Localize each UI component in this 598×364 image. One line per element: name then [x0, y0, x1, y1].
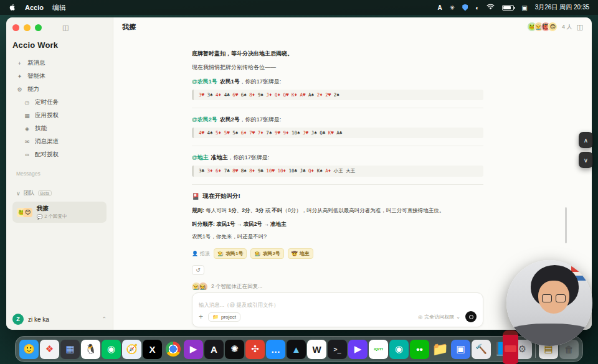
dock-icon-finder[interactable]: 🙂	[19, 340, 39, 359]
landlord-emoji: 🤠	[292, 251, 298, 256]
scrollbar-thumb[interactable]	[565, 207, 567, 243]
dock-icon-chat-blue[interactable]: …	[266, 340, 285, 359]
bidding-rules: 规则: 每人可叫 1分、2分、3分 或 不叫（0分），叫分从高到低以最高叫分者为…	[192, 207, 483, 215]
dock-icon-terminal[interactable]: >_	[328, 340, 347, 359]
dock-icon-arc[interactable]: A	[204, 340, 224, 359]
dock-icon-wechat[interactable]: ••	[410, 340, 429, 359]
apple-menu-icon[interactable]	[9, 3, 16, 12]
mention-farmer2[interactable]: @农民2号	[192, 116, 217, 123]
sidebar-item-pairing-authorization[interactable]: ∞ 配对授权	[20, 149, 107, 161]
mention-landlord[interactable]: @地主	[192, 154, 209, 161]
menu-edit[interactable]: 编辑	[52, 3, 66, 12]
dock-icon-folder-yellow[interactable]: 📁	[430, 340, 450, 359]
toggle-right-panel-icon[interactable]: ◫	[577, 23, 583, 31]
dock-icon-iqiyi[interactable]: iQIYI	[369, 340, 388, 359]
person-glasses	[556, 294, 566, 302]
typing-text: 2 个智能体正在回复...	[211, 283, 262, 290]
vpn-shield-icon[interactable]	[462, 4, 468, 11]
message-composer[interactable]: + 📁 project ◎ 完全访问权限 ⌄	[192, 292, 483, 327]
scroll-down-button[interactable]: ∨	[579, 152, 593, 168]
app-title: Accio Work	[12, 40, 107, 50]
dock-icon-affinity[interactable]: ▲	[287, 340, 306, 359]
brightness-icon[interactable]: ✳	[450, 4, 455, 11]
member-avatar-group[interactable]: 🐸 👨‍🌾 👹 😊	[527, 22, 558, 32]
hand-name: 准地主	[211, 154, 228, 161]
farmer-emoji: 🧑‍🌾	[254, 251, 260, 256]
dock-icon-player-purple[interactable]: ▶	[348, 340, 368, 359]
attach-plus-button[interactable]: +	[199, 312, 203, 321]
hand-name: 农民2号	[220, 116, 240, 123]
project-chip[interactable]: 📁 project	[208, 312, 240, 322]
screen-mirroring-icon[interactable]: ◐	[475, 4, 479, 11]
hand-rest: ，你的17张牌是:	[240, 78, 282, 85]
wifi-icon[interactable]	[486, 4, 495, 11]
input-source-icon[interactable]: A	[438, 4, 442, 11]
zoom-window-button[interactable]	[35, 24, 42, 31]
dock-icon-app-green[interactable]: ◉	[102, 340, 121, 359]
menubar-datetime[interactable]: 3月26日 周四 20:35	[535, 3, 589, 12]
sidebar-item-message-channels[interactable]: ✉ 消息渠道	[20, 136, 107, 147]
folder-icon: 📁	[212, 314, 219, 320]
beta-badge: Beta	[38, 190, 52, 196]
card-game-icon: 🎴	[192, 193, 199, 200]
team-chat-title: 我擦	[37, 205, 67, 213]
cola-bottle	[503, 330, 518, 364]
sidebar-item-agents[interactable]: ✦ 智能体	[12, 70, 107, 82]
avatar: 🧑‍🌾	[199, 282, 207, 290]
dock-icon-x[interactable]: X	[143, 340, 162, 359]
user-avatar: Z	[12, 314, 24, 325]
battery-icon[interactable]	[502, 5, 514, 11]
globe-icon: ◎	[418, 314, 422, 320]
person-icon: 👤	[192, 251, 198, 256]
avatar: 😊	[548, 22, 558, 32]
message-action-button[interactable]: ↺	[192, 265, 204, 275]
sidebar-item-app-authorization[interactable]: ▦ 应用授权	[20, 110, 107, 121]
dock-icon-pinwheel[interactable]: ✣	[245, 340, 265, 359]
accio-work-window: ◫ Accio Work + 新消息 ✦ 智能体 ⚙ 能力 ◷ 定时任务	[6, 17, 592, 330]
agent-badge-farmer1[interactable]: 👨‍🌾 农民1号	[214, 248, 247, 259]
sidebar-nav: + 新消息 ✦ 智能体 ⚙ 能力 ◷ 定时任务 ▦ 应用授权	[12, 57, 107, 161]
dock-icon-compass[interactable]: 🧭	[122, 340, 141, 359]
stage-manager-icon[interactable]: ▣	[521, 4, 527, 11]
bidding-question: 农民1号，你先来，叫还是不叫?	[192, 233, 483, 241]
nav-label: 定时任务	[35, 98, 59, 106]
webcam-overlay	[506, 260, 592, 346]
sidebar-item-skills[interactable]: ◈ 技能	[20, 123, 107, 134]
team-section-header[interactable]: ∨ 团队 Beta	[12, 189, 107, 197]
agent-badge-farmer2[interactable]: 🧑‍🌾 农民2号	[250, 248, 283, 259]
close-window-button[interactable]	[12, 24, 19, 31]
sidebar-item-team-chat[interactable]: 🐸 😊 我擦 💬 2 个回复中	[12, 202, 107, 223]
dock-icon-word[interactable]: W	[307, 340, 326, 359]
sidebar-toggle-icon[interactable]: ◫	[62, 24, 69, 32]
message-input[interactable]	[199, 302, 477, 308]
mention-farmer1[interactable]: @农民1号	[192, 78, 217, 85]
dock-icon-chrome[interactable]	[163, 340, 183, 359]
avatar: 😊	[23, 208, 32, 217]
scroll-up-button[interactable]: ∧	[579, 132, 593, 148]
dock-icon-launchpad[interactable]: ❖	[40, 340, 59, 359]
nav-label: 消息渠道	[35, 138, 59, 146]
bidding-title-text: 现在开始叫分!	[202, 192, 240, 200]
divider	[192, 146, 483, 146]
dock-icon-tools[interactable]: 🔨	[472, 340, 491, 359]
farmer-emoji: 👨‍🌾	[217, 251, 224, 256]
user-name: zi ke ka	[28, 316, 49, 323]
dock-icon-app-teal[interactable]: ◉	[389, 340, 409, 359]
dock-icon-qq[interactable]: 🐧	[81, 340, 100, 359]
sidebar-item-new-message[interactable]: + 新消息	[12, 57, 107, 69]
chrome-logo	[166, 342, 181, 357]
macos-menubar: Accio 编辑 A ✳ ◐ ▣ 3月26日 周四 20:35	[0, 0, 598, 15]
sidebar-item-scheduled-tasks[interactable]: ◷ 定时任务	[20, 96, 107, 108]
permission-selector[interactable]: ◎ 完全访问权限 ⌄	[418, 314, 460, 320]
assign-label: 👤 指派	[192, 250, 210, 257]
dock-icon-chatgpt[interactable]: ✺	[225, 340, 244, 359]
dock-icon-player-magenta[interactable]: ▶	[184, 340, 203, 359]
dock-icon-app-blue[interactable]: ▣	[451, 340, 470, 359]
agent-badge-landlord[interactable]: 🤠 地主	[288, 248, 313, 259]
sidebar-item-capabilities[interactable]: ⚙ 能力	[12, 83, 107, 95]
menubar-app-name[interactable]: Accio	[25, 4, 44, 11]
minimize-window-button[interactable]	[24, 24, 31, 31]
voice-mode-button[interactable]	[465, 311, 477, 322]
dock-icon-widgets[interactable]: ▦	[60, 340, 80, 359]
sidebar-user-row[interactable]: Z zi ke ka ⌃	[12, 314, 107, 325]
